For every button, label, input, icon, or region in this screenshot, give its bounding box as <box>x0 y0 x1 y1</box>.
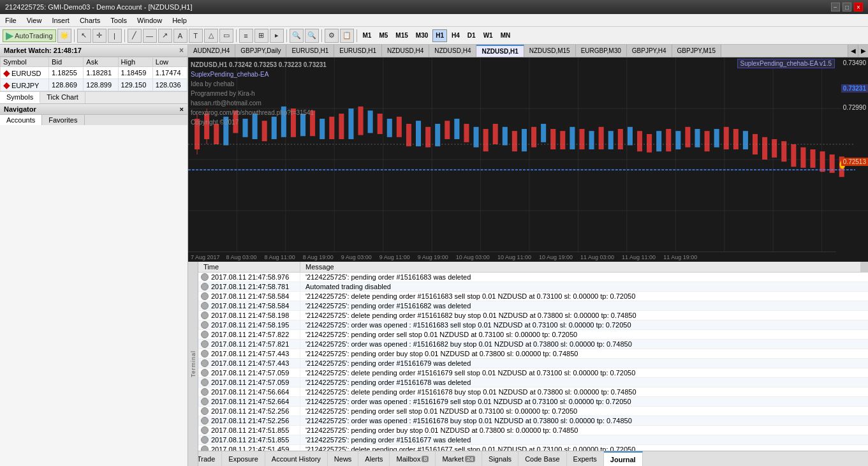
toolbar-btn-crosshair[interactable]: ✛ <box>92 29 107 43</box>
toolbar-tf-h4[interactable]: H4 <box>448 29 463 42</box>
chart-tab-prev[interactable]: ◀ <box>848 45 858 57</box>
chart-tab-gbpjpy-m15[interactable]: GBPJPY,M15 <box>672 45 721 57</box>
date-label-5: 9 Aug 03:00 <box>341 254 372 260</box>
row-icon <box>201 407 209 415</box>
journal-message: '2124225725': delete pending order #1516… <box>300 368 868 377</box>
chart-tab-eurgbp-m30[interactable]: EURGBP,M30 <box>576 45 627 57</box>
chart-tab-audnzd-h4[interactable]: AUDNZD,H4 <box>188 45 235 57</box>
toolbar-tf-mn[interactable]: MN <box>497 29 514 42</box>
toolbar-btn-zoomin[interactable]: 🔍 <box>290 29 304 43</box>
menu-help[interactable]: Help <box>167 14 192 27</box>
menu-insert[interactable]: Insert <box>47 14 75 27</box>
chart-tab-next[interactable]: ▶ <box>858 45 868 57</box>
chart-tab-nzdusd-h4[interactable]: NZDUSD,H4 <box>429 45 476 57</box>
toolbar-btn-line[interactable]: | <box>108 29 122 43</box>
menu-tools[interactable]: Tools <box>105 14 132 27</box>
toolbar-btn-fib[interactable]: ≡ <box>239 29 253 43</box>
journal-row: 2017.08.11 21:47:57.443 '2124225725': pe… <box>198 359 868 368</box>
toolbar-btn-label[interactable]: T <box>189 29 203 43</box>
journal-row: 2017.08.11 21:47:57.059 '2124225725': de… <box>198 368 868 378</box>
svg-rect-50 <box>483 129 489 151</box>
chart-tab-eurusd-h1[interactable]: EURUSD,H1 <box>334 45 382 57</box>
menu-window[interactable]: Window <box>132 14 167 27</box>
mw-cell-ask: 1.18281 <box>84 67 118 79</box>
chart-tab-nzdusd-h1[interactable]: NZDUSD,H1 <box>476 45 524 57</box>
navigator-tabs: Accounts Favorites <box>0 115 188 125</box>
term-tab-market[interactable]: Market24 <box>436 451 482 467</box>
nav-tab-accounts[interactable]: Accounts <box>0 115 42 125</box>
term-tab-mailbox[interactable]: Mailbox8 <box>390 451 436 467</box>
chart-tab-nzdusd-h4[interactable]: NZDUSD,H4 <box>382 45 429 57</box>
navigator-title: Navigator <box>4 105 36 113</box>
nav-tab-favorites[interactable]: Favorites <box>42 115 84 125</box>
journal-time-text: 2017.08.11 21:47:57.059 <box>211 379 289 386</box>
sep3 <box>236 29 237 42</box>
price-3: 0.72990 <box>841 103 868 112</box>
price-4: 0.72513 <box>841 158 868 166</box>
date-axis: 7 Aug 2017 8 Aug 03:00 8 Aug 11:00 8 Aug… <box>188 252 836 262</box>
chart-tab-gbpjpy-h4[interactable]: GBPJPY,H4 <box>627 45 672 57</box>
toolbar-btn-tmpl[interactable]: 📋 <box>340 29 354 43</box>
toolbar-tf-w1[interactable]: W1 <box>480 29 496 42</box>
navigator-close[interactable]: × <box>180 105 184 113</box>
col-bid: Bid <box>49 57 84 67</box>
toolbar-btn-zoomout[interactable]: 🔍 <box>305 29 319 43</box>
toolbar-tf-m30[interactable]: M30 <box>413 29 431 42</box>
toolbar-btn-draw[interactable]: ╱ <box>128 29 142 43</box>
term-tab-exposure[interactable]: Exposure <box>222 451 265 467</box>
toolbar-btn-rect[interactable]: ▭ <box>219 29 233 43</box>
journal-time-text: 2017.08.11 21:47:52.256 <box>211 407 289 415</box>
term-tab-account-history[interactable]: Account History <box>265 451 328 467</box>
toolbar-tf-m1[interactable]: M1 <box>360 29 375 42</box>
term-tab-codebase[interactable]: Code Base <box>519 451 566 467</box>
maximize-button[interactable]: □ <box>842 3 851 11</box>
toolbar-btn-hline[interactable]: — <box>143 29 157 43</box>
journal-message: '2124225725': pending order sell stop 0.… <box>300 330 868 339</box>
row-icon <box>201 398 209 405</box>
term-tab-news[interactable]: News <box>328 451 359 467</box>
toolbar-btn-more[interactable]: ▸ <box>270 29 284 43</box>
term-tab-journal[interactable]: Journal <box>604 451 643 467</box>
toolbar-btn-gann[interactable]: ⊞ <box>254 29 268 43</box>
close-button[interactable]: × <box>854 3 863 11</box>
toolbar-btn-1[interactable]: 🌟 <box>57 29 71 43</box>
svg-rect-56 <box>541 124 546 142</box>
toolbar-btn-arrow[interactable]: △ <box>204 29 218 43</box>
toolbar-tf-d1[interactable]: D1 <box>464 29 479 42</box>
toolbar-btn-text[interactable]: A <box>173 29 188 43</box>
term-tab-alerts[interactable]: Alerts <box>358 451 390 467</box>
mw-tab-symbols[interactable]: Symbols <box>0 92 40 103</box>
term-tab-signals[interactable]: Signals <box>482 451 519 467</box>
market-watch-close[interactable]: × <box>179 46 184 55</box>
chart-info-5: Copyright ©2017 <box>191 117 327 127</box>
svg-rect-72 <box>695 129 700 147</box>
menu-view[interactable]: View <box>22 14 47 27</box>
chart-tab-gbpjpy-daily[interactable]: GBPJPY,Daily <box>235 45 286 57</box>
menu-file[interactable]: File <box>0 14 22 27</box>
chart-area[interactable]: NZDUSD,H1 0.73242 0.73253 0.73223 0.7323… <box>188 57 868 262</box>
mw-tab-tickchart[interactable]: Tick Chart <box>40 92 85 103</box>
journal-message: '2124225725': pending order #15161683 wa… <box>300 273 868 282</box>
toolbar-tf-m15[interactable]: M15 <box>392 29 411 42</box>
toolbar-tf-h1[interactable]: H1 <box>432 29 447 42</box>
mw-row-eurusd[interactable]: ◆EURUSD 1.18255 1.18281 1.18459 1.17474 <box>1 67 188 79</box>
svg-rect-53 <box>512 131 517 151</box>
journal-container[interactable]: 2017.08.11 21:47:58.976 '2124225725': pe… <box>198 273 868 451</box>
menu-charts[interactable]: Charts <box>75 14 105 27</box>
toolbar-btn-trend[interactable]: ↗ <box>158 29 172 43</box>
svg-rect-69 <box>666 129 671 151</box>
svg-rect-36 <box>348 109 353 139</box>
toolbar-tf-m5[interactable]: M5 <box>376 29 391 42</box>
row-icon <box>201 331 209 338</box>
chart-plus-terminal: NZDUSD,H1 0.73242 0.73253 0.73223 0.7323… <box>188 57 868 466</box>
toolbar-btn-cursor[interactable]: ↖ <box>77 29 91 43</box>
date-label-3: 8 Aug 11:00 <box>265 254 295 260</box>
mw-row-eurjpy[interactable]: ◆EURJPY 128.869 128.899 129.150 128.036 <box>1 79 188 91</box>
journal-header: Time Message <box>198 262 868 273</box>
toolbar-btn-prop[interactable]: ⚙ <box>325 29 339 43</box>
term-tab-experts[interactable]: Experts <box>567 451 604 467</box>
minimize-button[interactable]: − <box>831 3 840 11</box>
chart-tab-eurusd-h1[interactable]: EURUSD,H1 <box>286 45 334 57</box>
chart-tab-nzdusd-m15[interactable]: NZDUSD,M15 <box>524 45 576 57</box>
row-icon <box>201 292 209 300</box>
